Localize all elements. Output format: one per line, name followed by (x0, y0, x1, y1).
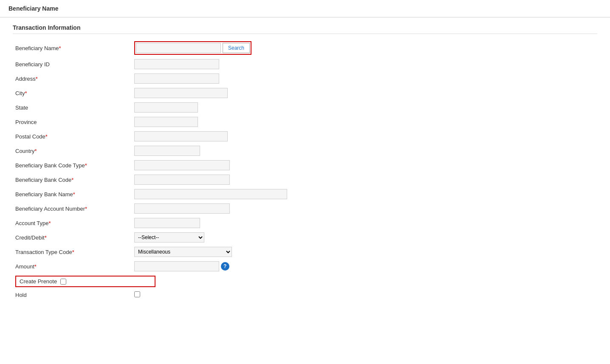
amount-input[interactable] (134, 261, 219, 271)
required-star: * (71, 177, 73, 183)
field-cell-beneficiary-id (132, 57, 597, 71)
page-header: Beneficiary Name (0, 0, 610, 17)
required-star: * (49, 220, 51, 226)
transaction-type-select[interactable]: Miscellaneous (134, 247, 232, 257)
province-input[interactable] (134, 117, 198, 127)
table-row: Hold (13, 289, 597, 301)
required-star: * (34, 263, 37, 270)
transaction-form: Beneficiary Name* Search Beneficiary ID (13, 39, 597, 301)
table-row: Address* (13, 71, 597, 86)
field-cell-country (132, 144, 597, 158)
page-title: Beneficiary Name (8, 5, 59, 12)
required-star: * (85, 162, 87, 169)
country-input[interactable] (134, 146, 200, 156)
field-label-account-number: Beneficiary Account Number* (13, 201, 132, 216)
field-label-address: Address* (13, 71, 132, 86)
table-row: City* (13, 86, 597, 100)
table-row: Country* (13, 144, 597, 158)
table-row: Province (13, 115, 597, 129)
required-star: * (73, 191, 75, 198)
field-label-hold: Hold (13, 289, 132, 301)
field-label-create-prenote: Create Prenote (13, 274, 597, 289)
table-row: Account Type* (13, 216, 597, 230)
table-row: Amount* ? (13, 259, 597, 274)
search-button[interactable]: Search (223, 43, 250, 53)
credit-debit-select[interactable]: --Select-- (134, 232, 204, 243)
field-label-beneficiary-id: Beneficiary ID (13, 57, 132, 71)
account-number-input[interactable] (134, 203, 230, 214)
field-label-state: State (13, 100, 132, 115)
table-row: Transaction Type Code* Miscellaneous (13, 245, 597, 259)
field-cell-hold (132, 289, 597, 301)
field-cell-transaction-type: Miscellaneous (132, 245, 597, 259)
field-label-country: Country* (13, 144, 132, 158)
required-star: * (35, 148, 37, 154)
required-star: * (59, 45, 61, 51)
bank-code-type-input[interactable] (134, 160, 230, 170)
required-star: * (45, 133, 48, 140)
table-row: Beneficiary Bank Code Type* (13, 158, 597, 172)
required-star: * (45, 234, 47, 241)
field-cell-account-number (132, 201, 597, 216)
table-row: Beneficiary Account Number* (13, 201, 597, 216)
table-row: State (13, 100, 597, 115)
required-star: * (72, 249, 74, 255)
beneficiary-name-input[interactable] (136, 43, 221, 53)
field-label-beneficiary-name: Beneficiary Name* (13, 39, 132, 57)
required-star: * (25, 90, 27, 96)
required-star: * (85, 206, 87, 212)
address-input[interactable] (134, 73, 219, 84)
bank-code-input[interactable] (134, 175, 230, 185)
field-cell-credit-debit: --Select-- (132, 230, 597, 245)
field-cell-province (132, 115, 597, 129)
field-label-account-type: Account Type* (13, 216, 132, 230)
city-input[interactable] (134, 88, 228, 98)
field-label-bank-code: Beneficiary Bank Code* (13, 172, 132, 187)
table-row: Beneficiary Name* Search (13, 39, 597, 57)
field-cell-amount: ? (132, 259, 597, 274)
section-title: Transaction Information (13, 24, 597, 34)
beneficiary-id-input[interactable] (134, 59, 219, 69)
table-row: Postal Code* (13, 129, 597, 144)
field-label-postal-code: Postal Code* (13, 129, 132, 144)
field-label-bank-name: Beneficiary Bank Name* (13, 187, 132, 201)
field-cell-account-type (132, 216, 597, 230)
field-cell-bank-code-type (132, 158, 597, 172)
field-label-amount: Amount* (13, 259, 132, 274)
beneficiary-name-wrapper: Search (134, 41, 251, 55)
bank-name-input[interactable] (134, 189, 287, 199)
hold-checkbox[interactable] (134, 291, 140, 297)
field-label-credit-debit: Credit/Debit* (13, 230, 132, 245)
field-label-transaction-type: Transaction Type Code* (13, 245, 132, 259)
field-cell-address (132, 71, 597, 86)
table-row: Credit/Debit* --Select-- (13, 230, 597, 245)
table-row: Beneficiary Bank Name* (13, 187, 597, 201)
field-cell-bank-code (132, 172, 597, 187)
field-label-bank-code-type: Beneficiary Bank Code Type* (13, 158, 132, 172)
create-prenote-checkbox[interactable] (60, 279, 66, 285)
field-label-city: City* (13, 86, 132, 100)
form-section: Transaction Information Beneficiary Name… (0, 17, 610, 313)
field-cell-bank-name (132, 187, 597, 201)
field-label-province: Province (13, 115, 132, 129)
field-cell-city (132, 86, 597, 100)
table-row: Beneficiary Bank Code* (13, 172, 597, 187)
postal-code-input[interactable] (134, 131, 228, 141)
required-star: * (36, 76, 38, 82)
field-cell-state (132, 100, 597, 115)
create-prenote-label: Create Prenote (20, 278, 57, 285)
state-input[interactable] (134, 102, 198, 113)
amount-info-button[interactable]: ? (221, 262, 229, 271)
table-row: Create Prenote (13, 274, 597, 289)
field-cell-postal-code (132, 129, 597, 144)
field-cell-beneficiary-name: Search (132, 39, 597, 57)
account-type-input[interactable] (134, 218, 200, 228)
table-row: Beneficiary ID (13, 57, 597, 71)
